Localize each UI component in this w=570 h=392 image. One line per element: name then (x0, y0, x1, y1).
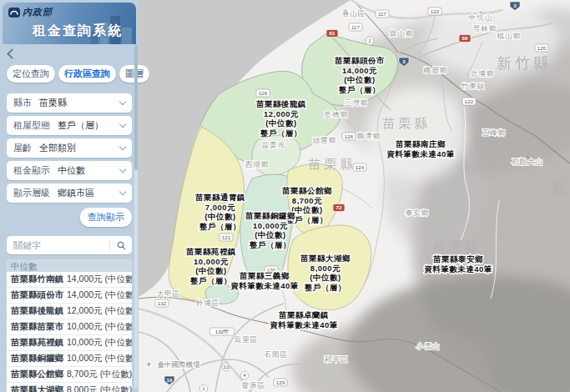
result-row[interactable]: 苗栗縣頭份市 14,000元 (中位數) (7, 288, 132, 304)
place-label: 峨眉鄉 (424, 66, 448, 74)
map-rent-label: 苗栗縣後龍鎮 (255, 99, 306, 108)
map-rent-label: (中位數) (344, 75, 375, 84)
svg-text:1: 1 (202, 385, 205, 391)
svg-text:13: 13 (224, 364, 230, 369)
map-rent-label: 資料筆數未達40筆 (424, 264, 492, 274)
result-row[interactable]: 苗栗縣公館鄉 8,700元 (中位數) (7, 367, 132, 383)
map-rent-label: 苗栗縣公館鄉 (281, 186, 332, 195)
map-rent-label: 整戶（層） (338, 85, 381, 95)
county-watermark: 新竹縣 (552, 181, 570, 198)
map-rent-label: 8,000元 (310, 264, 340, 273)
moi-logo-icon (8, 8, 20, 18)
place-label: 豐原區 (242, 381, 266, 389)
svg-text:132: 132 (158, 300, 167, 306)
app-title: 租金查詢系統 (33, 23, 123, 40)
map-rent-label: 苗栗縣通霄鎮 (194, 193, 245, 202)
svg-text:117: 117 (351, 24, 360, 30)
chevron-left-icon (7, 48, 18, 59)
chevron-down-icon (119, 121, 126, 128)
svg-text:132甲: 132甲 (215, 329, 230, 334)
result-row[interactable]: 苗栗縣後龍鎮 12,000元 (中位數) (7, 304, 132, 319)
place-label: 小雪山 (416, 342, 441, 350)
chevron-down-icon (119, 188, 126, 195)
results-list: 中位數 苗栗縣竹南鎮 14,000元 (中位數) 苗栗縣頭份市 14,000元 … (7, 259, 132, 392)
map-rent-label: 資料筆數未達40筆 (386, 149, 455, 158)
svg-text:68: 68 (462, 35, 468, 41)
map-rent-label: 8,700元 (292, 196, 322, 205)
select-county[interactable]: 縣市 苗栗縣 (7, 93, 132, 113)
place-label: 橫山鄉 (497, 32, 522, 40)
chevron-down-icon (119, 143, 126, 150)
map-rent-label: 苗栗縣頭份市 (334, 56, 385, 65)
map-rent-label: 苗栗縣苑裡鎮 (185, 247, 236, 256)
county-watermark: 苗栗縣 (383, 116, 431, 130)
svg-text:1: 1 (368, 38, 371, 43)
place-label: 香山區 (342, 9, 366, 18)
map-rent-label: (中位數) (195, 266, 226, 275)
chevron-down-icon (119, 98, 126, 105)
result-row[interactable]: 苗栗縣竹南鎮 14,000元 (中位數) (7, 272, 132, 288)
map-rent-label: 苗栗縣大湖鄉 (300, 254, 351, 263)
select-rent-display[interactable]: 租金顯示 中位數 (7, 161, 132, 180)
svg-text:72: 72 (336, 204, 342, 210)
map-canvas[interactable]: 苗栗縣苗栗縣苗栗縣新竹縣新竹縣 香山區寶山鄉芎林鄉橫山鄉▲中坑山北埔鄉峨眉鄉竹東… (139, 0, 570, 392)
svg-text:117: 117 (378, 11, 386, 17)
airplane-icon: ✈ (145, 360, 151, 369)
rent-query-app: 苗栗縣苗栗縣苗栗縣新竹縣新竹縣 香山區寶山鄉芎林鄉橫山鄉▲中坑山北埔鄉峨眉鄉竹東… (0, 0, 570, 392)
map-rent-label: 整戶（層） (199, 222, 241, 232)
place-label: 石觀大山 (512, 158, 543, 166)
query-display-button[interactable]: 查詢顯示 (80, 208, 132, 227)
map-rent-label: 苗栗縣泰安鄉 (432, 254, 483, 264)
select-rental-type[interactable]: 租屋型態 整戶（層） (7, 116, 132, 135)
result-row[interactable]: 苗栗縣苑裡鎮 10,000元 (中位數) (7, 335, 132, 351)
map-rent-label: (中位數) (310, 273, 340, 282)
map-rent-label: 整戶（層） (304, 283, 346, 293)
svg-text:121: 121 (222, 234, 231, 240)
map-rent-label: 整戶（層） (249, 240, 291, 250)
select-building-age[interactable]: 屋齡 全部類別 (7, 138, 132, 158)
county-watermark: 苗栗縣 (433, 239, 481, 253)
svg-text:129: 129 (276, 379, 285, 385)
map-rent-label: 資料筆數未達40筆 (230, 281, 299, 290)
tab-locate-query[interactable]: 定位查詢 (7, 65, 55, 83)
place-label: 泰安鄉 (406, 209, 430, 217)
place-label: 竹東鎮 (462, 82, 486, 90)
map-rent-label: 12,000元 (264, 109, 299, 118)
query-form: 縣市 苗栗縣 租屋型態 整戶（層） 屋齡 全部類別 租金顯示 中位數 顯示層級 (7, 93, 132, 203)
sidebar-scrollbar[interactable] (134, 45, 138, 389)
back-button[interactable] (8, 48, 18, 59)
place-label: 石岡區 (265, 350, 289, 359)
scrollbar-thumb[interactable] (134, 45, 138, 170)
search-icon[interactable] (110, 236, 132, 254)
map-rent-label: 資料筆數未達40筆 (270, 320, 338, 329)
svg-text:10: 10 (167, 377, 173, 383)
map-rent-label: 整戶（層） (189, 276, 232, 286)
place-label: 寶山鄉 (390, 29, 414, 38)
place-label: 頭屋鄉 (313, 136, 337, 144)
building-decoration (122, 28, 132, 44)
place-label: 西湖鄉 (245, 160, 270, 168)
svg-text:3: 3 (402, 58, 406, 64)
place-label: 三灣鄉 (345, 98, 369, 107)
search-input[interactable] (7, 240, 109, 250)
map-rent-label: (中位數) (255, 230, 285, 239)
result-row[interactable]: 苗栗縣大湖鄉 8,000元 (中位數) (7, 383, 132, 392)
svg-text:124: 124 (356, 164, 365, 170)
result-row[interactable]: 苗栗縣苗栗市 10,000元 (中位數) (7, 319, 132, 335)
select-display-level[interactable]: 顯示層級 鄉鎮市區 (7, 183, 132, 203)
svg-text:122: 122 (431, 8, 440, 14)
tab-district-query[interactable]: 行政區查詢 (58, 65, 116, 83)
map-rent-label: 苗栗縣銅鑼鄉 (245, 211, 295, 220)
map-rent-label: (中位數) (291, 205, 322, 214)
place-label: 和平區 (325, 355, 349, 364)
place-label: 大甲區 (157, 289, 181, 298)
place-label: 芎林鄉 (473, 24, 497, 33)
airport-name: 臺中國際機場 (158, 360, 201, 369)
moi-logo-text: 內政部 (23, 6, 53, 18)
place-label: 外埔區 (196, 299, 220, 307)
place-label: 中坑山 (469, 13, 493, 22)
chevron-down-icon (119, 166, 126, 173)
map-rent-label: 苗栗縣卓蘭鎮 (278, 310, 329, 319)
result-row[interactable]: 苗栗縣銅鑼鄉 10,000元 (中位數) (7, 351, 132, 367)
map-rent-label: 苗栗縣南庄鄉 (395, 139, 446, 148)
